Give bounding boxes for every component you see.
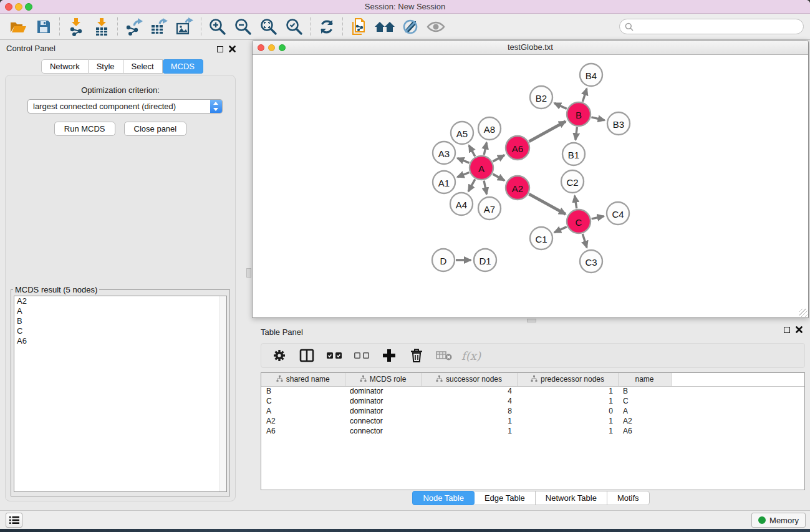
edge-A-A5[interactable] — [469, 145, 475, 157]
edge-A-A1[interactable] — [458, 173, 470, 177]
table-settings-gear-icon[interactable] — [268, 346, 291, 365]
zoom-in-icon[interactable] — [205, 16, 230, 37]
float-panel-icon[interactable] — [217, 46, 223, 52]
column-header-name[interactable]: name — [618, 373, 671, 386]
import-network-icon[interactable] — [63, 16, 89, 37]
node-table[interactable]: shared nameMCDS rolesuccessor nodesprede… — [261, 372, 805, 490]
edge-A2-C[interactable] — [529, 194, 566, 214]
table-row[interactable]: Cdominator41C — [261, 396, 804, 406]
mcds-result-item[interactable]: C — [14, 326, 226, 336]
export-table-icon[interactable] — [147, 16, 172, 37]
edge-A6-B[interactable] — [529, 122, 566, 142]
mcds-result-item[interactable]: A — [14, 306, 226, 316]
tab-node-table[interactable]: Node Table — [412, 491, 475, 505]
tab-style[interactable]: Style — [89, 59, 123, 74]
edge-B-B2[interactable] — [554, 103, 567, 109]
close-panel-icon[interactable] — [229, 46, 236, 52]
list-scrollbar[interactable] — [219, 296, 226, 491]
cell-mcds-role[interactable]: connector — [345, 426, 421, 436]
cell-shared-name[interactable]: C — [261, 396, 345, 406]
cell-shared-name[interactable]: A6 — [261, 426, 345, 436]
window-resize-grip[interactable] — [799, 309, 808, 317]
edge-B-B3[interactable] — [591, 117, 604, 120]
function-builder-icon[interactable]: f(x) — [460, 346, 483, 365]
network-minimize-button[interactable] — [268, 44, 275, 51]
delete-column-icon[interactable] — [405, 346, 428, 365]
memory-button[interactable]: Memory — [751, 513, 806, 528]
tab-select[interactable]: Select — [123, 59, 163, 74]
cell-mcds-role[interactable]: connector — [345, 416, 421, 426]
toggle-visibility-eye-icon[interactable] — [423, 16, 448, 37]
cell-successor-nodes[interactable]: 4 — [421, 396, 517, 406]
zoom-window-button[interactable] — [25, 3, 32, 11]
table-row[interactable]: Adominator80A — [261, 406, 804, 416]
cell-name[interactable]: A6 — [618, 426, 671, 436]
run-mcds-button[interactable]: Run MCDS — [54, 122, 115, 136]
column-header-mcds-role[interactable]: MCDS role — [345, 373, 421, 386]
export-image-icon[interactable] — [172, 16, 198, 37]
network-zoom-button[interactable] — [279, 44, 286, 51]
mcds-result-item[interactable]: B — [14, 316, 226, 326]
cell-name[interactable]: A2 — [618, 416, 671, 426]
zoom-selected-icon[interactable] — [281, 16, 307, 37]
cell-mcds-role[interactable]: dominator — [345, 396, 421, 406]
edge-A-A3[interactable] — [457, 158, 469, 163]
cell-shared-name[interactable]: A — [261, 406, 345, 416]
minimize-window-button[interactable] — [15, 3, 22, 11]
close-panel-button[interactable]: Close panel — [124, 122, 187, 136]
column-header-predecessor-nodes[interactable]: predecessor nodes — [517, 373, 618, 386]
open-session-icon[interactable] — [5, 16, 31, 37]
cell-predecessor-nodes[interactable]: 1 — [517, 416, 618, 426]
hide-labels-icon[interactable] — [397, 16, 423, 37]
close-table-panel-icon[interactable] — [796, 326, 803, 333]
zoom-out-icon[interactable] — [230, 16, 256, 37]
cell-successor-nodes[interactable]: 8 — [421, 406, 517, 416]
edge-C-C3[interactable] — [582, 234, 587, 248]
deselect-all-icon[interactable] — [350, 346, 373, 365]
edge-C-C1[interactable] — [554, 227, 567, 233]
cell-predecessor-nodes[interactable]: 1 — [517, 386, 618, 396]
close-window-button[interactable] — [5, 3, 12, 11]
import-table-icon[interactable] — [89, 16, 114, 37]
cell-shared-name[interactable]: A2 — [261, 416, 345, 426]
vertical-splitter-grip[interactable] — [246, 268, 251, 278]
column-header-shared-name[interactable]: shared name — [261, 373, 345, 386]
cell-predecessor-nodes[interactable]: 1 — [517, 426, 618, 436]
tab-edge-table[interactable]: Edge Table — [475, 491, 536, 505]
cell-successor-nodes[interactable]: 1 — [421, 416, 517, 426]
edge-B-B1[interactable] — [576, 127, 577, 140]
search-input[interactable] — [637, 22, 798, 31]
column-header-successor-nodes[interactable]: successor nodes — [421, 373, 517, 386]
edge-A-A6[interactable] — [493, 155, 504, 162]
edge-A-A2[interactable] — [493, 174, 504, 180]
edge-A-A8[interactable] — [484, 143, 486, 155]
cell-mcds-role[interactable]: dominator — [345, 406, 421, 416]
clone-network-icon[interactable] — [346, 16, 372, 37]
delete-table-icon[interactable] — [432, 346, 455, 365]
export-network-icon[interactable] — [121, 16, 147, 37]
mcds-result-item[interactable]: A2 — [14, 296, 226, 306]
select-all-icon[interactable] — [322, 346, 345, 365]
cell-name[interactable]: B — [618, 386, 671, 396]
save-session-icon[interactable] — [31, 16, 56, 37]
mcds-result-list[interactable]: A2ABCA6 — [14, 296, 227, 492]
add-column-icon[interactable] — [377, 346, 400, 365]
home-view-icon[interactable] — [372, 16, 397, 37]
cell-name[interactable]: C — [618, 396, 671, 406]
edge-A-A4[interactable] — [468, 179, 475, 191]
criterion-dropdown[interactable]: largest connected component (directed) — [27, 99, 223, 114]
cell-successor-nodes[interactable]: 1 — [421, 426, 517, 436]
refresh-view-icon[interactable] — [314, 16, 339, 37]
cell-shared-name[interactable]: B — [261, 386, 345, 396]
zoom-fit-icon[interactable] — [256, 16, 281, 37]
tab-network[interactable]: Network — [41, 59, 89, 74]
edge-B-B4[interactable] — [582, 89, 587, 102]
table-row[interactable]: A6connector11A6 — [261, 426, 804, 436]
task-history-button[interactable] — [6, 513, 22, 528]
cell-mcds-role[interactable]: dominator — [345, 386, 421, 396]
cell-successor-nodes[interactable]: 4 — [421, 386, 517, 396]
edge-C-C4[interactable] — [592, 216, 604, 219]
network-close-button[interactable] — [258, 44, 264, 51]
cell-predecessor-nodes[interactable]: 0 — [517, 406, 618, 416]
search-field[interactable] — [619, 19, 804, 34]
